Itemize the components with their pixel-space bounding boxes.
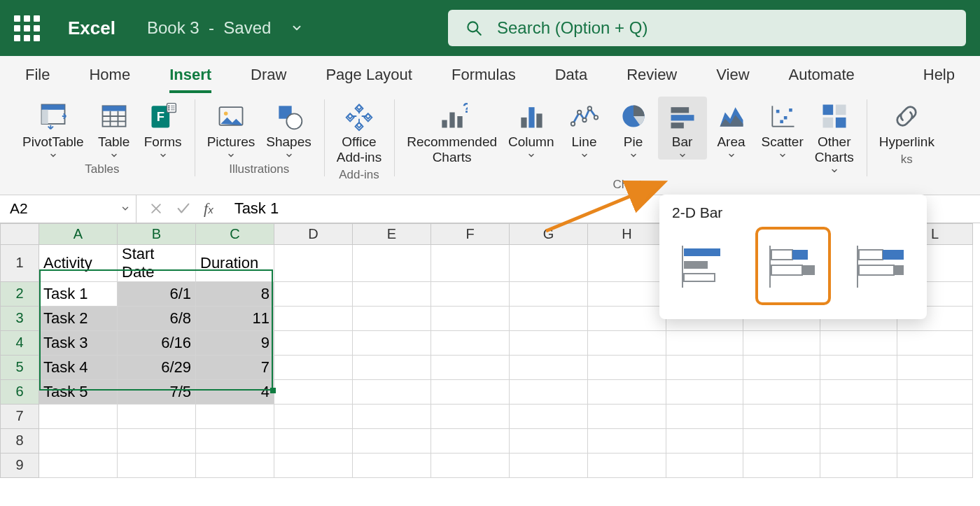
bar-option-100pct-stacked-bar[interactable] — [846, 231, 914, 301]
cell-H3[interactable] — [588, 306, 666, 330]
select-all-cell[interactable] — [1, 223, 39, 244]
cell-G6[interactable] — [510, 379, 588, 404]
cell-E6[interactable] — [353, 379, 431, 404]
tab-page-layout[interactable]: Page Layout — [326, 59, 412, 92]
cell-H2[interactable] — [588, 281, 666, 306]
fx-icon[interactable]: fx — [204, 199, 214, 218]
cell-H6[interactable] — [588, 379, 666, 404]
cell-I6[interactable] — [666, 379, 743, 404]
hyperlink-button[interactable]: Hyperlink — [874, 97, 940, 150]
cell-L8[interactable] — [897, 428, 973, 453]
tab-file[interactable]: File — [25, 59, 50, 92]
cell-C3[interactable]: 11 — [196, 306, 274, 330]
cell-K6[interactable] — [820, 379, 897, 404]
row-header-6[interactable]: 6 — [1, 379, 39, 404]
name-box[interactable] — [0, 195, 136, 223]
cell-L4[interactable] — [897, 330, 973, 355]
cell-A1[interactable]: Activity — [39, 244, 118, 281]
cell-D7[interactable] — [274, 404, 353, 428]
tab-home[interactable]: Home — [89, 59, 130, 92]
cell-H5[interactable] — [588, 355, 666, 379]
cell-H9[interactable] — [588, 453, 666, 477]
cell-C1[interactable]: Duration — [196, 244, 274, 281]
row-header-3[interactable]: 3 — [1, 306, 39, 330]
cell-E8[interactable] — [353, 428, 431, 453]
cell-H7[interactable] — [588, 404, 666, 428]
cell-E1[interactable] — [353, 244, 431, 281]
cell-I8[interactable] — [666, 428, 743, 453]
cell-G7[interactable] — [510, 404, 588, 428]
cell-H1[interactable] — [588, 244, 666, 281]
addins-button[interactable]: Office Add-ins — [331, 97, 387, 165]
cell-A7[interactable] — [39, 404, 118, 428]
cell-G1[interactable] — [510, 244, 588, 281]
column-header-A[interactable]: A — [39, 223, 118, 244]
column-header-H[interactable]: H — [588, 223, 666, 244]
cell-B5[interactable]: 6/29 — [118, 355, 196, 379]
cell-J6[interactable] — [743, 379, 820, 404]
cell-J7[interactable] — [743, 404, 820, 428]
cell-A5[interactable]: Task 4 — [39, 355, 118, 379]
cell-F7[interactable] — [431, 404, 510, 428]
tab-automate[interactable]: Automate — [789, 59, 855, 92]
cell-H8[interactable] — [588, 428, 666, 453]
column-header-C[interactable]: C — [196, 223, 274, 244]
cell-A9[interactable] — [39, 453, 118, 477]
cell-A8[interactable] — [39, 428, 118, 453]
cell-I9[interactable] — [666, 453, 743, 477]
cell-K4[interactable] — [820, 330, 897, 355]
cell-F3[interactable] — [431, 306, 510, 330]
bar-button[interactable]: Bar — [658, 97, 707, 160]
cell-G8[interactable] — [510, 428, 588, 453]
cell-A6[interactable]: Task 5 — [39, 379, 118, 404]
accept-formula-icon[interactable] — [176, 201, 191, 216]
cell-J8[interactable] — [743, 428, 820, 453]
cell-C5[interactable]: 7 — [196, 355, 274, 379]
cell-B1[interactable]: Start Date — [118, 244, 196, 281]
tab-insert[interactable]: Insert — [169, 59, 211, 92]
cell-B7[interactable] — [118, 404, 196, 428]
tab-help[interactable]: Help — [923, 59, 955, 92]
cell-E9[interactable] — [353, 453, 431, 477]
bar-option-stacked-bar[interactable] — [760, 231, 827, 301]
forms-button[interactable]: FForms — [139, 97, 188, 160]
cell-I4[interactable] — [666, 330, 743, 355]
cell-C7[interactable] — [196, 404, 274, 428]
tab-formulas[interactable]: Formulas — [451, 59, 516, 92]
cell-E4[interactable] — [353, 330, 431, 355]
cell-G3[interactable] — [510, 306, 588, 330]
cell-D8[interactable] — [274, 428, 353, 453]
table-button[interactable]: Table — [90, 97, 139, 160]
cell-E2[interactable] — [353, 281, 431, 306]
shapes-button[interactable]: Shapes — [260, 97, 316, 160]
tab-view[interactable]: View — [716, 59, 749, 92]
column-button[interactable]: Column — [503, 97, 559, 160]
cell-D9[interactable] — [274, 453, 353, 477]
line-button[interactable]: Line — [560, 97, 609, 160]
name-box-input[interactable] — [8, 199, 120, 218]
area-button[interactable]: Area — [707, 97, 756, 160]
cell-J9[interactable] — [743, 453, 820, 477]
cell-L6[interactable] — [897, 379, 973, 404]
cell-B3[interactable]: 6/8 — [118, 306, 196, 330]
cell-L5[interactable] — [897, 355, 973, 379]
cell-F9[interactable] — [431, 453, 510, 477]
cell-K5[interactable] — [820, 355, 897, 379]
cell-D2[interactable] — [274, 281, 353, 306]
scatter-button[interactable]: Scatter — [756, 97, 809, 160]
cell-C6[interactable]: 4 — [196, 379, 274, 404]
column-header-D[interactable]: D — [274, 223, 353, 244]
pictures-button[interactable]: Pictures — [202, 97, 261, 160]
cell-K8[interactable] — [820, 428, 897, 453]
search-input[interactable]: Search (Option + Q) — [448, 10, 966, 46]
row-header-4[interactable]: 4 — [1, 330, 39, 355]
tab-review[interactable]: Review — [626, 59, 677, 92]
cell-D5[interactable] — [274, 355, 353, 379]
cell-G9[interactable] — [510, 453, 588, 477]
cell-F1[interactable] — [431, 244, 510, 281]
cell-L9[interactable] — [897, 453, 973, 477]
cell-F6[interactable] — [431, 379, 510, 404]
cell-F2[interactable] — [431, 281, 510, 306]
cell-F5[interactable] — [431, 355, 510, 379]
cell-J5[interactable] — [743, 355, 820, 379]
